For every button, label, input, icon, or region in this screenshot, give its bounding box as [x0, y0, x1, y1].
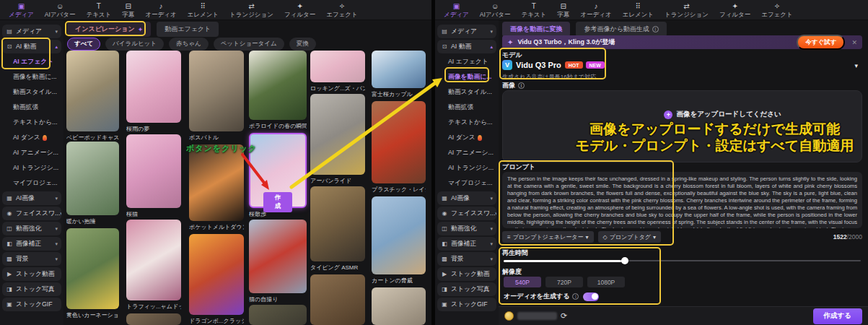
- card-create-button[interactable]: 作成: [263, 192, 292, 212]
- sidebar-item-ai-image[interactable]: ▦ AI画像 ▾: [437, 191, 496, 205]
- resolution-option-540p[interactable]: 540P: [504, 277, 541, 287]
- toolbar-item-media[interactable]: ▣ メディア: [444, 2, 469, 18]
- template-card[interactable]: [310, 274, 365, 325]
- toolbar-item-ai-avatar[interactable]: ☺ AIアバター: [480, 2, 511, 18]
- sidebar-item-stock-photo[interactable]: ◨ ストック写真: [2, 282, 61, 296]
- sidebar-item-stock-gif[interactable]: ▣ ストックGIF: [437, 298, 496, 311]
- template-card[interactable]: タイピング ASMR: [310, 186, 365, 272]
- sidebar-item-video-enhance[interactable]: ◫ 動画強化 ▾: [437, 222, 496, 235]
- sidebar-item-my-project[interactable]: マイプロジェ...: [437, 176, 496, 190]
- resolution-option-1080p[interactable]: 1080P: [587, 277, 625, 287]
- sidebar-item-video-enhance[interactable]: ◫ 動画強化 ▾: [2, 222, 61, 235]
- tab-video-effect[interactable]: 動画エフェクト: [157, 22, 219, 37]
- sidebar-item-background[interactable]: ▩ 背景 ▾: [2, 252, 61, 266]
- tab-reference-image-generate[interactable]: 参考画像から動画生成 i: [576, 22, 666, 37]
- template-card[interactable]: [249, 305, 307, 325]
- sidebar-item-ai-image[interactable]: ▦ AI画像 ▾: [2, 191, 61, 205]
- template-card[interactable]: ポケットメルトダウン: [189, 144, 244, 231]
- create-button[interactable]: 作成する: [813, 308, 862, 324]
- sidebar-item-image-to-video[interactable]: 画像を動画に...: [2, 70, 61, 84]
- close-icon[interactable]: ✕: [851, 39, 857, 46]
- refresh-icon[interactable]: ⟳: [561, 311, 567, 321]
- prompt-generator-button[interactable]: ≡ プロンプトジェネレーター ▾: [502, 231, 594, 243]
- sidebar-item-text-to-video[interactable]: テキストから...: [2, 116, 61, 129]
- template-card[interactable]: 富士桜カップル: [372, 51, 426, 98]
- toolbar-item-subtitle[interactable]: ⊟ 字幕: [557, 2, 569, 18]
- sidebar-item-background[interactable]: ▩ 背景 ▾: [437, 252, 496, 266]
- template-card[interactable]: ボスバトル: [189, 51, 244, 142]
- toolbar-item-text[interactable]: T テキスト: [521, 2, 546, 18]
- template-card[interactable]: 作成 桜散歩: [249, 133, 307, 218]
- toolbar-item-transition[interactable]: ⇄ トランジション: [229, 2, 273, 18]
- tab-image-to-video-convert[interactable]: 画像を動画に変換: [502, 22, 570, 37]
- model-selector[interactable]: V Vidu Q3 Pro HOTNEW: [502, 60, 605, 70]
- sidebar-item-stock-video[interactable]: ▶ ストック動画: [437, 267, 496, 281]
- toolbar-item-filter[interactable]: ✦ フィルター: [719, 2, 750, 18]
- sidebar-item-ai-animation[interactable]: AI アニメーシ...: [437, 146, 496, 160]
- prompt-tags-button[interactable]: ◇ プロンプトタグ ▾: [598, 231, 661, 243]
- sidebar-item-ai-dance[interactable]: AI ダンス: [2, 131, 61, 144]
- sidebar-item-stock-video[interactable]: ▶ ストック動画: [2, 267, 61, 281]
- image-upload-dropzone[interactable]: + 画像をアップロードしてください 画像をアップロードするだけで生成可能 モデル…: [502, 90, 862, 162]
- try-now-button[interactable]: 今すぐ試す: [797, 35, 845, 50]
- template-card[interactable]: ベビーポッドキャスト: [66, 51, 119, 142]
- sidebar-item-media[interactable]: ▤ メディア ▾: [2, 25, 61, 38]
- template-card[interactable]: ドラゴンボ...クラッシュ: [189, 234, 244, 325]
- template-card[interactable]: [126, 313, 181, 325]
- sidebar-item-text-to-video[interactable]: テキストから...: [437, 116, 496, 129]
- toolbar-item-subtitle[interactable]: ⊟ 字幕: [122, 2, 134, 18]
- toolbar-item-audio[interactable]: ♪ オーディオ: [145, 2, 176, 18]
- audio-toggle[interactable]: [583, 292, 599, 301]
- sidebar-item-ai-effect[interactable]: AI エフェクト: [2, 55, 61, 69]
- sidebar-item-image-correction[interactable]: ◧ 画像補正 ▾: [437, 237, 496, 251]
- template-card[interactable]: ロッキング...ズ・バンド: [310, 51, 365, 92]
- toolbar-item-effect[interactable]: ✧ エフェクト: [326, 2, 358, 18]
- toolbar-item-media[interactable]: ▣ メディア: [9, 2, 34, 18]
- template-card[interactable]: アーバンライド: [310, 94, 365, 185]
- template-card[interactable]: カートンの脅威: [372, 196, 426, 285]
- toolbar-item-ai-avatar[interactable]: ☺ AIアバター: [45, 2, 76, 18]
- sidebar-item-video-extend[interactable]: 動画拡張: [2, 100, 61, 114]
- sidebar-item-media[interactable]: ▤ メディア ▾: [437, 25, 496, 38]
- sidebar-item-image-correction[interactable]: ◧ 画像補正 ▾: [2, 237, 61, 251]
- toolbar-item-audio[interactable]: ♪ オーディオ: [580, 2, 611, 18]
- sidebar-item-ai-effect[interactable]: AI エフェクト: [437, 55, 496, 69]
- resolution-option-720p[interactable]: 720P: [545, 277, 583, 287]
- sidebar-item-video-extend[interactable]: 動画拡張: [437, 100, 496, 114]
- sidebar-item-face-swap[interactable]: ◉ フェイススワ... ▾: [437, 207, 496, 220]
- sidebar-item-ai-video[interactable]: ⊡ AI 動画 ▴: [437, 40, 496, 53]
- sidebar-item-label: AI画像: [451, 194, 470, 203]
- template-card[interactable]: プラスチック・レイジ: [372, 101, 426, 194]
- template-card[interactable]: トラフィッ...ャムドッグ: [126, 220, 181, 311]
- sidebar-item-ai-dance[interactable]: AI ダンス: [437, 131, 496, 144]
- template-card[interactable]: 桜猫: [126, 134, 181, 218]
- sidebar-item-ai-video[interactable]: ⊡ AI 動画 ▴: [2, 40, 61, 53]
- sidebar-item-ai-transition[interactable]: AI トランジシ...: [437, 161, 496, 175]
- sidebar-item-video-style[interactable]: 動画スタイル...: [2, 85, 61, 99]
- template-card[interactable]: 黄色いカーネーション: [66, 228, 119, 319]
- tab-inspiration[interactable]: インスピレーション ✦: [67, 22, 151, 37]
- template-card[interactable]: 桜雨の夢: [126, 51, 181, 133]
- sidebar-item-my-project[interactable]: マイプロジェ...: [2, 176, 61, 190]
- toolbar-item-element[interactable]: ⠿ エレメント: [188, 2, 219, 18]
- template-card[interactable]: 猫の自撮り: [249, 220, 307, 303]
- toolbar-item-text[interactable]: T テキスト: [86, 2, 111, 18]
- prompt-textarea[interactable]: The person in the image keeps their face…: [502, 172, 862, 228]
- template-card[interactable]: ポラロイドの春の瞬間: [249, 51, 307, 130]
- sidebar-item-stock-gif[interactable]: ▣ ストックGIF: [2, 298, 61, 311]
- chevron-down-icon[interactable]: ▾: [854, 62, 858, 69]
- sidebar-item-ai-transition[interactable]: AI トランジシ...: [2, 161, 61, 175]
- toolbar-item-element[interactable]: ⠿ エレメント: [623, 2, 654, 18]
- toolbar-item-transition[interactable]: ⇄ トランジション: [665, 2, 709, 18]
- template-card[interactable]: [372, 287, 426, 325]
- template-card[interactable]: 暖かい抱擁: [66, 142, 119, 225]
- sidebar-item-stock-photo[interactable]: ◨ ストック写真: [437, 282, 496, 296]
- sidebar-item-video-style[interactable]: 動画スタイル...: [437, 85, 496, 99]
- sidebar-item-face-swap[interactable]: ◉ フェイススワ... ▾: [2, 207, 61, 220]
- toolbar-item-effect[interactable]: ✧ エフェクト: [761, 2, 793, 18]
- slider-handle[interactable]: [621, 257, 628, 264]
- duration-slider[interactable]: [504, 257, 861, 264]
- sidebar-item-image-to-video[interactable]: 画像を動画に...: [437, 70, 496, 84]
- toolbar-item-filter[interactable]: ✦ フィルター: [284, 2, 315, 18]
- sidebar-item-ai-animation[interactable]: AI アニメーシ...: [2, 146, 61, 160]
